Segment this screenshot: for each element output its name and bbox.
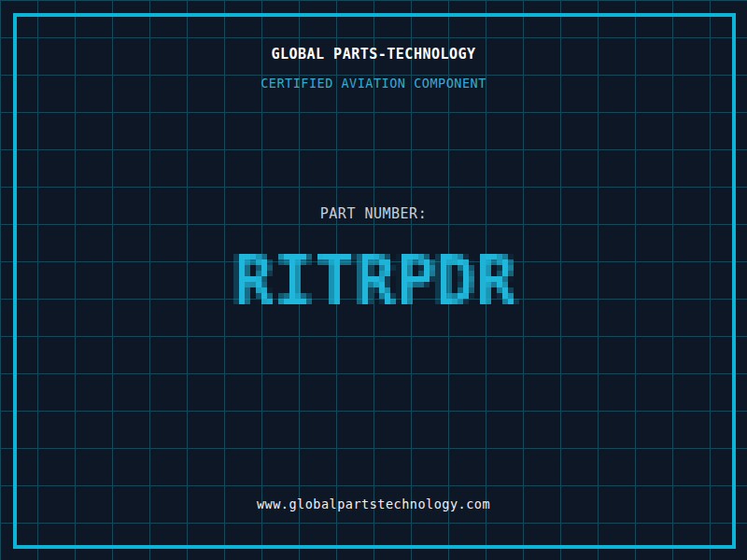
part-number-text: RITRPDR [0, 0, 1, 1]
certification-tagline: CERTIFIED AVIATION COMPONENT [0, 75, 747, 91]
part-number-value [222, 231, 525, 321]
part-number-label: PART NUMBER: [0, 205, 747, 222]
website-url: www.globalpartstechnology.com [0, 496, 747, 512]
certificate-page: GLOBAL PARTS-TECHNOLOGY CERTIFIED AVIATI… [0, 0, 747, 560]
company-name: GLOBAL PARTS-TECHNOLOGY [0, 46, 747, 63]
